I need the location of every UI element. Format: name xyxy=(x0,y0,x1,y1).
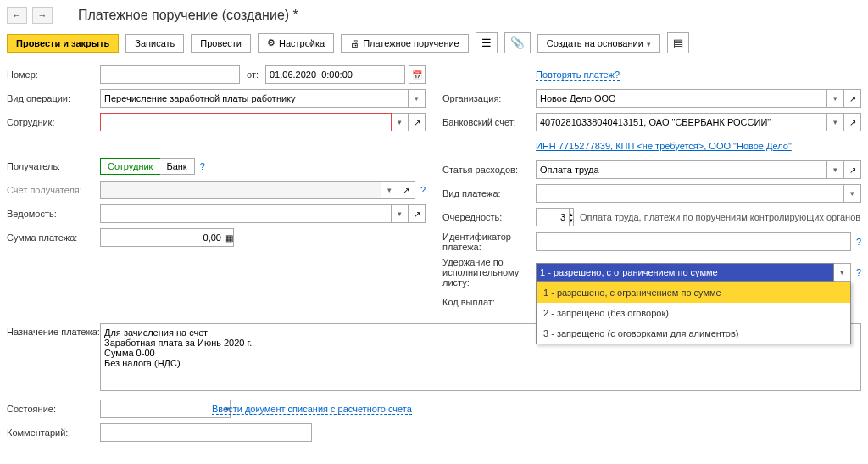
kommentariy-input[interactable] xyxy=(100,423,312,442)
uderzh-option-2[interactable]: 2 - запрещено (без оговорок) xyxy=(537,303,850,323)
sostoyanie-label: Состояние: xyxy=(7,404,100,414)
attachment-button[interactable]: 📎 xyxy=(504,32,531,53)
ocherednost-label: Очередность: xyxy=(442,212,536,222)
forward-button[interactable]: → xyxy=(32,7,53,24)
ident-label: Идентификатор платежа: xyxy=(442,232,536,252)
arrow-left-icon: ← xyxy=(13,10,22,20)
vedomost-dropdown[interactable] xyxy=(392,204,409,223)
statya-input[interactable] xyxy=(536,160,827,179)
vedomost-open[interactable]: ↗ xyxy=(409,204,426,223)
organizacia-input[interactable] xyxy=(536,89,827,108)
summa-calc[interactable]: ▦ xyxy=(225,228,234,247)
vid-operacii-dropdown[interactable] xyxy=(409,89,426,108)
vid-operacii-input[interactable] xyxy=(100,89,409,108)
sostoyanie-input[interactable] xyxy=(100,400,225,418)
ot-label: от: xyxy=(247,70,259,80)
uderzh-selected[interactable]: 1 - разрешено, с ограничением по сумме xyxy=(536,263,834,282)
calendar-icon: 📅 xyxy=(412,70,422,80)
arrow-right-icon: → xyxy=(38,10,47,20)
sotrudnik-label: Сотрудник: xyxy=(7,117,100,127)
toggle-bank[interactable]: Банк xyxy=(159,159,193,174)
provesti-button[interactable]: Провести xyxy=(191,34,251,53)
help-icon[interactable]: ? xyxy=(856,237,861,247)
platezh-poruchenie-button[interactable]: 🖨 Платежное поручение xyxy=(341,34,469,53)
zapisat-button[interactable]: Записать xyxy=(125,34,184,53)
ocherednost-stepper[interactable]: ▴▾ xyxy=(570,208,574,226)
naznachenie-label: Назначение платежа: xyxy=(7,323,100,337)
chevron-down-icon xyxy=(647,38,651,48)
schet-input xyxy=(100,181,381,199)
inn-link[interactable]: ИНН 7715277839, КПП <не требуется>, ООО … xyxy=(536,141,792,151)
nomer-label: Номер: xyxy=(7,70,100,80)
date-input[interactable] xyxy=(265,65,405,84)
toggle-sotrudnik[interactable]: Сотрудник xyxy=(100,158,160,175)
organizacia-label: Организация: xyxy=(442,93,536,103)
ident-input[interactable] xyxy=(536,232,851,251)
sotrudnik-dropdown[interactable] xyxy=(392,113,409,131)
uderzh-option-1[interactable]: 1 - разрешено, с ограничением по сумме xyxy=(537,282,850,303)
help-icon[interactable]: ? xyxy=(200,161,205,171)
tree-icon: ☰ xyxy=(481,36,492,49)
tree-button[interactable]: ☰ xyxy=(476,32,498,53)
sotrudnik-open[interactable]: ↗ xyxy=(409,113,426,131)
sozdat-na-osnovanii-button[interactable]: Создать на основании xyxy=(537,34,660,53)
vid-operacii-label: Вид операции: xyxy=(7,93,100,103)
uderzh-label: Удержание по исполнительному листу: xyxy=(442,257,536,288)
kommentariy-label: Комментарий: xyxy=(7,428,100,438)
schet-dropdown[interactable] xyxy=(381,181,398,199)
calendar-button[interactable]: 📅 xyxy=(409,65,426,84)
bank-schet-input[interactable] xyxy=(536,113,827,131)
bank-schet-label: Банковский счет: xyxy=(442,117,536,127)
povtoryat-link[interactable]: Повторять платеж? xyxy=(536,70,620,81)
stepper-icon: ▴▾ xyxy=(570,211,573,223)
statya-open[interactable]: ↗ xyxy=(844,160,861,179)
vvesti-link[interactable]: Ввести документ списания с расчетного сч… xyxy=(212,404,412,415)
organizacia-open[interactable]: ↗ xyxy=(844,89,861,108)
uderzh-dropdown-button[interactable] xyxy=(834,263,851,282)
uderzh-dropdown-list: 1 - разрешено, с ограничением по сумме 2… xyxy=(536,282,851,344)
bank-schet-open[interactable]: ↗ xyxy=(844,113,861,131)
help-icon[interactable]: ? xyxy=(420,185,426,195)
back-button[interactable]: ← xyxy=(7,7,27,24)
schet-open[interactable]: ↗ xyxy=(398,181,415,199)
provesti-i-zakryt-button[interactable]: Провести и закрыть xyxy=(7,34,119,53)
sozdat-label: Создать на основании xyxy=(547,38,643,48)
bank-schet-dropdown[interactable] xyxy=(827,113,844,131)
ocherednost-input[interactable] xyxy=(536,208,570,226)
summa-input[interactable] xyxy=(100,228,225,247)
vedomost-input[interactable] xyxy=(100,204,392,223)
platezh-poruchenie-label: Платежное поручение xyxy=(363,38,459,48)
kod-vyplat-label: Код выплат: xyxy=(442,297,536,307)
page-title: Платежное поручение (создание) * xyxy=(78,8,298,23)
paperclip-icon: 📎 xyxy=(510,36,525,49)
statya-dropdown[interactable] xyxy=(827,160,844,179)
summa-label: Сумма платежа: xyxy=(7,232,100,243)
sotrudnik-input[interactable] xyxy=(100,113,392,131)
vid-platezha-dropdown[interactable] xyxy=(844,184,861,203)
vid-platezha-input[interactable] xyxy=(536,184,844,203)
calculator-icon: ▦ xyxy=(225,233,233,243)
vedomost-label: Ведомость: xyxy=(7,209,100,219)
list-button[interactable]: ▤ xyxy=(667,32,689,53)
nomer-input[interactable] xyxy=(100,65,240,84)
help-icon[interactable]: ? xyxy=(856,267,861,277)
nastroyka-label: Настройка xyxy=(279,38,325,48)
ocherednost-desc: Оплата труда, платежи по поручениям конт… xyxy=(580,212,860,222)
organizacia-dropdown[interactable] xyxy=(827,89,844,108)
uderzh-option-3[interactable]: 3 - запрещено (с оговорками для алименто… xyxy=(537,323,850,344)
printer-icon: 🖨 xyxy=(350,38,359,48)
poluchatel-label: Получатель: xyxy=(7,161,100,171)
statya-label: Статья расходов: xyxy=(442,165,536,175)
gear-icon: ⚙ xyxy=(267,37,275,48)
schet-label: Счет получателя: xyxy=(7,185,100,195)
list-icon: ▤ xyxy=(673,36,683,49)
vid-platezha-label: Вид платежа: xyxy=(442,188,536,198)
nastroyka-button[interactable]: ⚙ Настройка xyxy=(258,33,334,53)
